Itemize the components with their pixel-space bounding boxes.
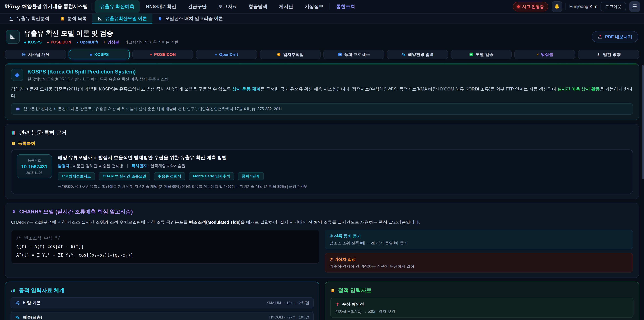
section-tab-particle-tracking[interactable]: 입자추적법 (260, 50, 321, 59)
section-tab-ocean-env-input[interactable]: 해양환경 입력 (387, 50, 448, 59)
dot-icon: ● (47, 40, 49, 44)
note-phase-constant: ② 위상차 일정 기준점-격자점 간 위상차는 진폭에 무관하게 일정 (325, 253, 633, 272)
oil-fence-icon (158, 16, 162, 21)
notebook-icon (330, 288, 335, 293)
tab-label: 분석 목록 (68, 16, 87, 22)
notebook-icon (60, 16, 65, 21)
note-title: ② 위상차 일정 (330, 256, 628, 262)
subtitle-note: 라그랑지안 입자추적 이론 기반 (124, 40, 178, 45)
status-dot-icon (517, 5, 520, 8)
tab-label: 오일펜스 배치 알고리즘 이론 (165, 16, 223, 22)
note-body: 검조소 조위 진폭 f배 → 전 격자 동일 f배 증가 (330, 240, 628, 246)
page-title: 유출유 확산 모델 이론 및 검증 (24, 29, 178, 38)
model-badge-row: ◆KOSPS ●POSEIDON ●OpenDrift ⚡앙상블 라그랑지안 입… (24, 40, 178, 45)
patent-tag[interactable]: Monte Carlo 입자추적 (189, 172, 234, 180)
swirl-icon (338, 52, 342, 57)
nav-divider (91, 3, 91, 10)
patent-tag[interactable]: 풍화 5단계 (238, 172, 264, 180)
section-tab-weathering-process[interactable]: 풍화 프로세스 (323, 50, 384, 59)
section-tab-model-validation[interactable]: 모델 검증 (451, 50, 512, 59)
vertical-scrollbar[interactable] (642, 65, 644, 179)
nav-item-reports[interactable]: 보고자료 (213, 0, 242, 13)
note-amplitude-ratio: ① 진폭 등비 증가 검조소 조위 진폭 f배 → 전 격자 동일 f배 증가 (325, 230, 633, 249)
patent-details: 해양 유류오염사고 발생시 효율적인 방제방안 수립을 위한 유출유 확산 예측… (58, 154, 307, 189)
input-data-columns: 동적 입력자료 체계 바람·기온 KMA UM · ~12km · 2회/일 해… (5, 281, 639, 320)
tab-oil-fence-theory[interactable]: 오일펜스 배치 알고리즘 이론 (152, 14, 228, 24)
page-header: 유출유 확산 모델 이론 및 검증 ◆KOSPS ●POSEIDON ●Open… (5, 27, 639, 49)
logout-button[interactable]: 로그아웃 (600, 2, 626, 12)
hamburger-menu-button[interactable]: ☰ (629, 1, 640, 12)
section-tab-opendrift[interactable]: ● OpenDrift (196, 50, 257, 59)
inventors-label: 발명자 (58, 164, 70, 168)
pdf-export-button[interactable]: PDF 내보내기 (592, 31, 638, 43)
formula-zeta: ζ(t) = A(t) cos[σt - θ(t)] (16, 242, 314, 251)
nav-item-integrated-search[interactable]: 통합조회 (331, 0, 360, 13)
kosps-header: ◆ KOSPS (Korea Oil Spill Prediction Syst… (11, 69, 633, 82)
nav-item-emergency-rescue[interactable]: 긴급구난 (182, 0, 212, 13)
check-icon (469, 52, 474, 57)
patent-tag[interactable]: ESI 방제정보지도 (58, 172, 95, 180)
dynamic-row-value: KMA UM · ~12km · 2회/일 (266, 300, 309, 305)
page-title-block: 유출유 확산 모델 이론 및 검증 ◆KOSPS ●POSEIDON ●Open… (24, 29, 178, 45)
scroll-icon (11, 141, 16, 146)
app-title: 해양환경 위기대응 통합시스템 (22, 3, 88, 10)
badge-poseidon: ●POSEIDON (47, 40, 71, 45)
charry-description: CHARRY는 조화분석에 의한 검조소 실시간 조위와 조석 수치모델링에 의… (11, 219, 633, 225)
highlight-realtime-use: 실시간 예측 상시 활용 (557, 87, 600, 91)
patent-card: 등록번호 10-1567431 2015.11.03 해양 유류오염사고 발생시… (11, 150, 633, 194)
tab-spill-analysis[interactable]: 유출유 확산분석 (3, 14, 55, 24)
charry-card: CHARRY 모델 (실시간 조류예측 핵심 알고리즘) CHARRY는 조화분… (5, 203, 639, 278)
charry-grid: /* 변조조석 수식 */ ζ(t) = A(t) cos[σt - θ(t)]… (11, 230, 633, 273)
dynamic-row-wind-temp: 바람·기온 KMA UM · ~12km · 2회/일 (10, 297, 314, 308)
dot-icon: ● (215, 53, 217, 57)
kosps-subtitle: 한국해양연구원(KORDI) 개발 · 한국 해역 특화 유출유 확산 예측 상… (28, 77, 169, 82)
nav-item-aerial-search[interactable]: 항공탐색 (243, 0, 273, 13)
highlight-operational-system: 상시 운용 체계 (232, 87, 260, 91)
diamond-icon: ◆ (90, 53, 92, 57)
nav-item-oil-spill-prediction[interactable]: 유출유 확산예측 (94, 0, 140, 13)
pin-icon (335, 302, 340, 306)
patent-tag[interactable]: 취송류 경험식 (154, 172, 185, 180)
assignee: : 한국해양과학기술원 (148, 164, 186, 168)
section-tab-poseidon[interactable]: ● POSEIDON (132, 50, 194, 59)
section-tab-kosps[interactable]: ◆ KOSPS (68, 50, 130, 59)
registration-number: 10-1567431 (20, 164, 48, 169)
tab-spill-model-theory[interactable]: 유출유확산모델 이론 (92, 14, 152, 24)
dynamic-row-value: HYCOM · ~9km · 1회/일 (269, 315, 309, 320)
app-viewport: Wing 해양환경 위기대응 통합시스템 유출유 확산예측 HNS·대기확산 긴… (0, 0, 644, 320)
patent-tag[interactable]: CHARRY 실시간 조류모델 (98, 172, 150, 180)
page-icon-box (6, 30, 20, 44)
registration-number-label: 등록번호 (20, 158, 48, 163)
export-icon (598, 34, 602, 39)
dynamic-row-current: 해류(표층) HYCOM · ~9km · 1회/일 (10, 312, 314, 320)
section-tab-future-direction[interactable]: 발전 방향 (578, 50, 639, 59)
spiral-icon (11, 209, 16, 214)
patent-meta: 발명자 : 이문진·김혜진·이승현·전태병 | 특허권자 : 한국해양과학기술원 (58, 163, 307, 168)
bar-chart-icon (10, 288, 16, 293)
nav-divider (330, 3, 330, 10)
kosps-icon-box: ◆ (11, 69, 23, 81)
nav-item-hns-air-dispersion[interactable]: HNS·대기확산 (140, 0, 182, 13)
diamond-icon: ◆ (15, 71, 20, 78)
section-tab-ensemble[interactable]: ⚡ 앙상블 (514, 50, 576, 59)
bell-icon (554, 4, 560, 10)
book-icon (16, 107, 20, 111)
nav-item-board[interactable]: 게시판 (274, 0, 298, 13)
badge-kosps: ◆KOSPS (24, 40, 42, 45)
tab-analysis-list[interactable]: 분석 목록 (55, 14, 92, 24)
notifications-button[interactable] (552, 1, 562, 12)
section-tab-bar: 시스템 개요 ◆ KOSPS ● POSEIDON ● OpenDrift 입자… (5, 50, 639, 59)
brand-logo[interactable]: Wing 해양환경 위기대응 통합시스템 (4, 3, 88, 10)
user-name: Eunjeong Kim (569, 4, 598, 9)
section-tab-system-overview[interactable]: 시스템 개요 (5, 50, 66, 59)
patent-tag-row: ESI 방제정보지도 CHARRY 실시간 조류모델 취송류 경험식 Monte… (58, 172, 307, 180)
reference-text: 참고문헌: 김혜진·이문진·오세웅·강준묵, "유출유 확산 예측 모델의 상시… (23, 106, 284, 112)
nav-item-weather-info[interactable]: 기상정보 (299, 0, 329, 13)
diamond-icon: ◆ (24, 40, 26, 44)
wind-icon (15, 300, 20, 305)
globe-icon (22, 52, 26, 57)
kosps-card: ◆ KOSPS (Korea Oil Spill Prediction Syst… (5, 63, 639, 120)
inventors: : 이문진·김혜진·이승현·전태병 (70, 164, 124, 168)
kosps-description: 김혜진·이문진·오세웅·강준묵(2011)이 개발한 KOSPS는 유류오염사고… (11, 86, 633, 99)
rocket-icon (596, 52, 601, 57)
